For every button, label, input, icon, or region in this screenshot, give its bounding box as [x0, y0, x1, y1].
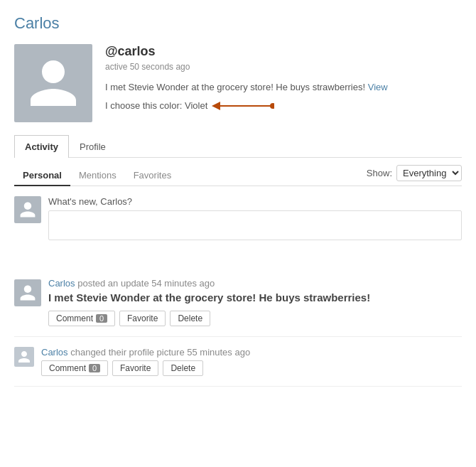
new-post-textarea[interactable] [48, 210, 462, 240]
activity-time: 54 minutes ago [151, 278, 215, 289]
subtabs-row: Personal Mentions Favorites Show: Everyt… [14, 158, 462, 186]
svg-point-2 [270, 103, 274, 109]
favorite-button[interactable]: Favorite [112, 360, 158, 376]
subtab-favorites[interactable]: Favorites [125, 166, 180, 186]
delete-button[interactable]: Delete [163, 360, 203, 376]
activity-user-link[interactable]: Carlos [48, 278, 75, 289]
new-post-content: What's new, Carlos? [48, 196, 462, 242]
page-title: Carlos [14, 14, 462, 33]
show-select[interactable]: Everything [396, 165, 462, 181]
activity-user-avatar-tiny [14, 347, 34, 367]
current-user-avatar [14, 196, 41, 223]
activity-meta: Carlos changed their profile picture 55 … [41, 347, 462, 358]
activity-meta: Carlos posted an update 54 minutes ago [48, 278, 462, 289]
profile-info: @carlos active 50 seconds ago I met Stev… [105, 44, 388, 114]
new-post-label: What's new, Carlos? [48, 196, 462, 207]
activity-item: Carlos changed their profile picture 55 … [14, 337, 462, 387]
profile-active-status: active 50 seconds ago [105, 62, 388, 72]
comment-count: 0 [96, 314, 107, 323]
bio-text: I met Stevie Wonder at the grocery store… [105, 82, 365, 92]
user-silhouette-activity-icon [18, 284, 37, 302]
activity-action: changed their profile picture [70, 347, 187, 358]
subtab-personal[interactable]: Personal [14, 166, 70, 186]
favorite-button[interactable]: Favorite [119, 311, 166, 326]
activity-time: 55 minutes ago [187, 347, 250, 358]
avatar-large [14, 44, 92, 122]
comment-label: Comment [49, 363, 86, 373]
comment-label: Comment [56, 313, 93, 323]
activity-item: Carlos posted an update 54 minutes ago I… [14, 268, 462, 337]
new-post-area: What's new, Carlos? [14, 196, 462, 254]
activity-item-content: Carlos changed their profile picture 55 … [41, 347, 462, 376]
user-silhouette-icon [25, 55, 82, 112]
user-silhouette-small-icon [18, 200, 37, 219]
subtab-mentions[interactable]: Mentions [70, 166, 125, 186]
comment-button[interactable]: Comment 0 [48, 311, 115, 326]
color-text: I choose this color: Violet [105, 100, 207, 111]
tab-profile[interactable]: Profile [69, 135, 117, 158]
activity-action: posted an update [77, 278, 151, 289]
profile-bio-line2: I choose this color: Violet [105, 97, 388, 114]
activity-feed: Carlos posted an update 54 minutes ago I… [14, 268, 462, 387]
profile-header: @carlos active 50 seconds ago I met Stev… [14, 44, 462, 122]
delete-button[interactable]: Delete [170, 311, 210, 326]
activity-actions: Comment 0 Favorite Delete [41, 360, 462, 376]
profile-bio-line1: I met Stevie Wonder at the grocery store… [105, 80, 388, 95]
activity-actions: Comment 0 Favorite Delete [48, 311, 462, 326]
activity-user-link[interactable]: Carlos [41, 347, 68, 358]
profile-username: @carlos [105, 44, 388, 59]
tab-activity[interactable]: Activity [14, 135, 69, 158]
activity-user-avatar [14, 279, 41, 306]
activity-item-content: Carlos posted an update 54 minutes ago I… [48, 278, 462, 326]
user-silhouette-tiny-icon [17, 350, 31, 364]
favorite-label: Favorite [120, 363, 151, 373]
delete-label: Delete [178, 313, 202, 323]
arrow-icon [210, 97, 274, 114]
activity-text: I met Stevie Wonder at the grocery store… [48, 291, 462, 304]
bio-view-link[interactable]: View [368, 82, 388, 92]
favorite-label: Favorite [127, 313, 158, 323]
comment-button[interactable]: Comment 0 [41, 360, 108, 376]
show-filter: Show: Everything [367, 165, 462, 186]
main-tabs: Activity Profile [14, 135, 462, 158]
show-label: Show: [367, 168, 392, 178]
comment-count: 0 [89, 364, 100, 372]
delete-label: Delete [171, 363, 195, 373]
